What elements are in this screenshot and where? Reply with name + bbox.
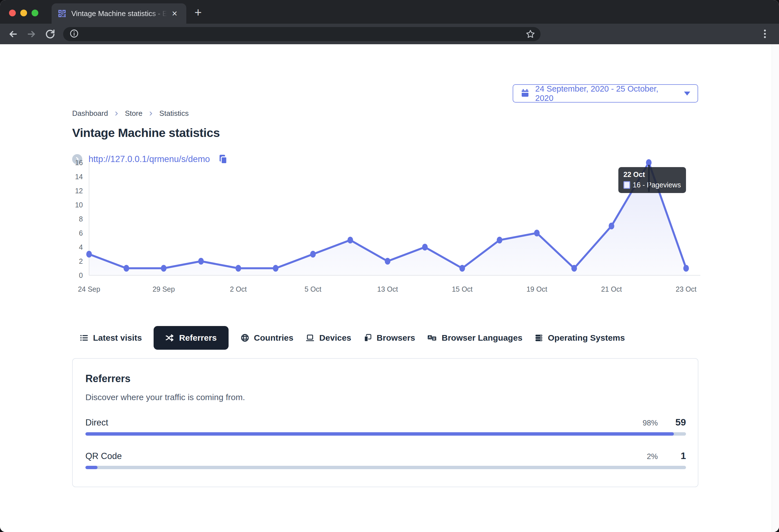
calendar-icon [521,88,530,99]
svg-text:2 Oct: 2 Oct [230,285,247,293]
zoom-window-button[interactable] [32,10,38,16]
page-title: Vintage Machine statistics [72,126,220,140]
list-icon [79,333,88,342]
laptop-icon [305,333,315,342]
referrer-label: Direct [85,418,630,428]
tab-operating-systems[interactable]: Operating Systems [534,326,625,350]
close-window-button[interactable] [9,10,16,16]
referrer-count: 59 [662,417,686,428]
titlebar: Vintage Machine statistics - Ea ✕ + [0,0,779,24]
svg-text:2: 2 [79,257,83,265]
browser-tab[interactable]: Vintage Machine statistics - Ea ✕ [52,3,186,24]
breadcrumb: Dashboard Store Statistics [72,109,189,118]
stats-tabs: Latest visits Referrers Countries Device… [79,326,625,350]
translate-icon: A文 [427,333,437,342]
minimize-window-button[interactable] [20,10,27,16]
browser-menu-icon[interactable] [759,27,771,41]
address-bar[interactable] [63,27,541,41]
page-scrollbar[interactable] [772,44,779,532]
referrers-card: Referrers Discover where your traffic is… [72,358,699,487]
progress-fill [85,432,674,436]
svg-text:5 Oct: 5 Oct [305,285,321,293]
tab-browsers[interactable]: Browsers [363,326,415,350]
chart-tooltip: 22 Oct 16 - Pageviews [618,167,686,193]
series-swatch-icon [623,181,630,189]
referrer-percent: 2% [630,452,658,461]
referrer-row-qr-code: QR Code 2% 1 [85,450,686,469]
svg-text:12: 12 [75,187,83,195]
referrer-count: 1 [662,450,686,461]
svg-text:15 Oct: 15 Oct [452,285,473,293]
tooltip-date: 22 Oct [623,171,681,179]
shuffle-icon [166,333,174,342]
card-subtitle: Discover where your traffic is coming fr… [85,393,686,402]
svg-text:A: A [429,335,431,339]
svg-text:29 Sep: 29 Sep [153,285,175,293]
svg-text:14: 14 [75,173,83,181]
referrer-label: QR Code [85,451,630,461]
svg-text:文: 文 [432,337,436,340]
new-tab-button[interactable]: + [194,6,202,18]
svg-text:10: 10 [75,201,83,209]
caret-down-icon [684,92,690,96]
forward-icon[interactable] [26,28,37,40]
tab-devices[interactable]: Devices [305,326,351,350]
page-content: Dashboard Store Statistics Vintage Machi… [0,44,779,532]
pageviews-chart: 024681012141624 Sep29 Sep2 Oct5 Oct13 Oc… [65,157,713,306]
breadcrumb-dashboard[interactable]: Dashboard [72,109,108,118]
svg-text:13 Oct: 13 Oct [377,285,398,293]
breadcrumb-statistics: Statistics [159,109,189,118]
svg-text:23 Oct: 23 Oct [676,285,697,293]
tab-label: Latest visits [93,333,142,343]
back-icon[interactable] [7,28,18,40]
svg-text:16: 16 [75,159,83,167]
tab-label: Devices [319,333,351,343]
card-title: Referrers [85,373,686,385]
referrer-row-direct: Direct 98% 59 [85,417,686,436]
referrer-percent: 98% [630,419,658,427]
tab-browser-languages[interactable]: A文 Browser Languages [427,326,523,350]
qr-code-favicon [57,9,67,18]
tab-label: Referrers [179,333,217,343]
svg-text:0: 0 [79,271,83,279]
svg-text:8: 8 [79,215,83,223]
svg-text:6: 6 [79,229,83,237]
close-tab-icon[interactable]: ✕ [172,10,178,17]
progress-fill [85,466,98,469]
line-chart-canvas[interactable]: 024681012141624 Sep29 Sep2 Oct5 Oct13 Oc… [65,157,713,306]
chevron-right-icon [114,111,119,116]
tooltip-value: 16 - Pageviews [633,181,681,189]
svg-text:4: 4 [79,243,83,251]
tab-countries[interactable]: Countries [240,326,293,350]
tooltip-pointer-line [648,165,650,192]
browser-window-icon [363,333,372,342]
chevron-right-icon [148,111,154,116]
tab-referrers[interactable]: Referrers [154,326,228,350]
tab-label: Browser Languages [442,333,523,343]
tab-label: Countries [254,333,293,343]
breadcrumb-store[interactable]: Store [125,109,142,118]
globe-icon [240,333,249,342]
browser-toolbar [0,24,779,44]
date-range-picker[interactable]: 24 September, 2020 - 25 October, 2020 [513,84,698,103]
progress-track [85,432,686,436]
tab-title: Vintage Machine statistics - Ea [71,9,167,18]
servers-icon [534,333,543,342]
traffic-lights [9,10,38,16]
tab-latest-visits[interactable]: Latest visits [79,326,142,350]
tab-label: Operating Systems [548,333,625,343]
tab-label: Browsers [376,333,415,343]
site-info-icon[interactable] [69,29,79,40]
svg-text:24 Sep: 24 Sep [78,285,100,293]
reload-icon[interactable] [45,28,56,40]
progress-track [85,466,686,469]
svg-text:21 Oct: 21 Oct [601,285,622,293]
bookmark-star-icon[interactable] [525,29,536,40]
browser-window: Vintage Machine statistics - Ea ✕ + [0,0,779,532]
svg-text:19 Oct: 19 Oct [527,285,547,293]
date-range-label: 24 September, 2020 - 25 October, 2020 [535,84,678,103]
